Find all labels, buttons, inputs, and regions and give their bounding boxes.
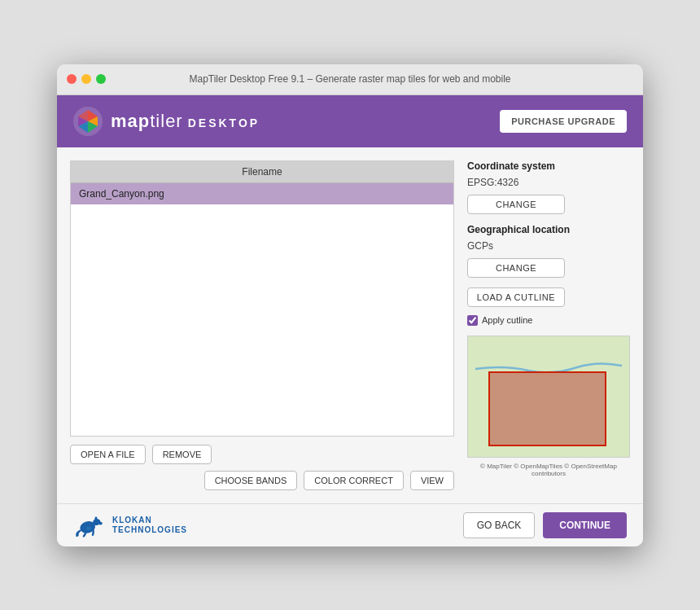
file-actions: OPEN A FILE REMOVE CHOOSE BANDS COLOR CO…: [70, 445, 454, 490]
color-correct-button[interactable]: COLOR CORRECT: [304, 471, 404, 490]
left-panel: Filename Grand_Canyon.png OPEN A FILE RE…: [70, 160, 454, 490]
geographical-location-label: Geographical location: [467, 224, 630, 235]
apply-cutline-checkbox[interactable]: [467, 315, 478, 326]
svg-point-7: [86, 526, 91, 530]
klokan-line1: KLOKAN: [112, 516, 187, 525]
minimize-button[interactable]: [81, 74, 91, 84]
geographical-location-value: GCPs: [467, 240, 630, 252]
klokan-line2: TECHNOLOGIES: [112, 525, 187, 535]
open-a-file-button[interactable]: OPEN A FILE: [70, 445, 146, 464]
geographical-change-button[interactable]: CHANGE: [467, 258, 565, 278]
klokan-logo: KLOKAN TECHNOLOGIES: [73, 513, 187, 538]
close-button[interactable]: [67, 74, 77, 84]
file-table-body: Grand_Canyon.png: [71, 183, 453, 436]
maximize-button[interactable]: [96, 74, 106, 84]
view-button[interactable]: VIEW: [410, 471, 454, 490]
coordinate-system-value: EPSG:4326: [467, 177, 630, 188]
map-svg: [468, 336, 629, 457]
choose-bands-button[interactable]: CHOOSE BANDS: [204, 471, 298, 490]
file-row[interactable]: Grand_Canyon.png: [71, 183, 453, 204]
app-window: MapTiler Desktop Free 9.1 – Generate ras…: [57, 64, 643, 546]
titlebar: MapTiler Desktop Free 9.1 – Generate ras…: [57, 64, 643, 95]
apply-cutline-label: Apply cutline: [482, 315, 532, 325]
app-header: maptiler DESKTOP PURCHASE UPGRADE: [57, 95, 643, 147]
traffic-lights: [67, 74, 106, 84]
remove-button[interactable]: REMOVE: [152, 445, 212, 464]
right-panel: Coordinate system EPSG:4326 CHANGE Geogr…: [467, 160, 630, 490]
map-attribution: © MapTiler © OpenMapTiles © OpenStreetMa…: [467, 463, 630, 477]
window-title: MapTiler Desktop Free 9.1 – Generate ras…: [189, 73, 510, 85]
footer-buttons: GO BACK CONTINUE: [463, 512, 627, 538]
file-actions-right: CHOOSE BANDS COLOR CORRECT VIEW: [204, 471, 454, 490]
kangaroo-icon: [73, 513, 106, 538]
load-cutline-button[interactable]: LOAD A CUTLINE: [467, 287, 565, 307]
logo-name: maptiler: [111, 111, 183, 132]
coordinate-change-button[interactable]: CHANGE: [467, 195, 565, 214]
continue-button[interactable]: CONTINUE: [543, 512, 627, 538]
file-table: Filename Grand_Canyon.png: [70, 160, 454, 437]
coordinate-system-label: Coordinate system: [467, 160, 630, 172]
maptiler-logo-icon: [73, 107, 103, 136]
logo-desktop: DESKTOP: [188, 116, 260, 129]
svg-rect-2: [489, 372, 606, 445]
main-content: Filename Grand_Canyon.png OPEN A FILE RE…: [57, 147, 643, 503]
go-back-button[interactable]: GO BACK: [463, 512, 536, 538]
klokan-text: KLOKAN TECHNOLOGIES: [112, 516, 187, 535]
footer: KLOKAN TECHNOLOGIES GO BACK CONTINUE: [57, 503, 643, 546]
apply-cutline-row: Apply cutline: [467, 315, 630, 326]
logo-area: maptiler DESKTOP: [73, 107, 260, 136]
filename-column-header: Filename: [71, 161, 453, 183]
map-preview: [467, 336, 630, 458]
purchase-upgrade-button[interactable]: PURCHASE UPGRADE: [500, 110, 627, 133]
